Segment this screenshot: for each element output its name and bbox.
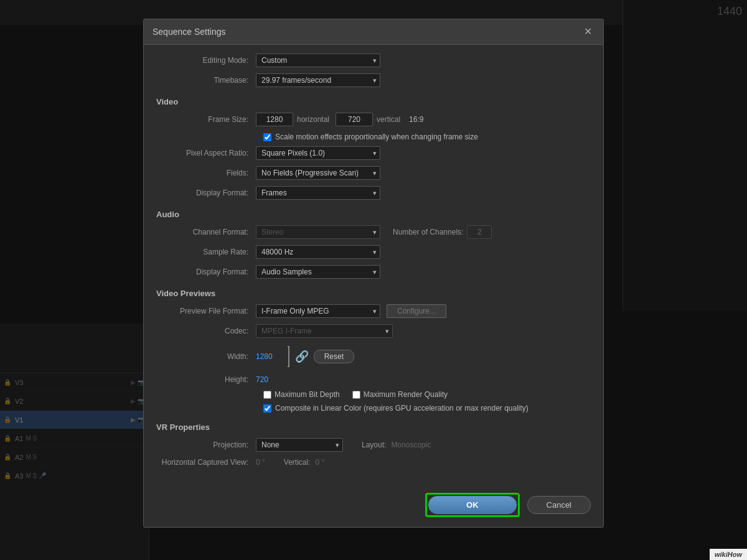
editing-mode-select[interactable]: Custom <box>256 54 380 67</box>
vertical-label: vertical <box>377 115 400 124</box>
fields-select[interactable]: No Fields (Progressive Scan) <box>256 166 380 180</box>
vr-section-header: VR Properties <box>156 422 591 432</box>
preview-width-row: Width: 1280 🔗 Reset <box>156 344 591 369</box>
video-display-format-label: Display Format: <box>156 189 256 197</box>
scale-checkbox[interactable] <box>263 133 271 141</box>
vr-projection-wrapper[interactable]: None <box>256 438 343 452</box>
ok-button[interactable]: OK <box>428 496 517 514</box>
fields-label: Fields: <box>156 169 256 177</box>
channel-format-row: Channel Format: Stereo Number of Channel… <box>156 225 591 239</box>
sample-rate-label: Sample Rate: <box>156 248 256 256</box>
vr-projection-select[interactable]: None <box>256 438 343 452</box>
video-display-format-row: Display Format: Frames <box>156 186 591 200</box>
scale-checkbox-row: Scale motion effects proportionally when… <box>156 133 591 141</box>
video-previews-section-header: Video Previews <box>156 289 591 298</box>
frame-size-row: Frame Size: horizontal vertical 16:9 <box>156 113 591 126</box>
max-render-quality-label[interactable]: Maximum Render Quality <box>364 390 448 399</box>
timebase-dropdown-wrapper[interactable]: 29.97 frames/second <box>256 73 380 87</box>
codec-row: Codec: MPEG I-Frame <box>156 324 591 338</box>
preview-checkboxes-row: Maximum Bit Depth Maximum Render Quality <box>156 390 591 399</box>
audio-display-format-row: Display Format: Audio Samples <box>156 265 591 279</box>
timebase-row: Timebase: 29.97 frames/second <box>156 73 591 87</box>
cancel-button[interactable]: Cancel <box>527 496 591 514</box>
codec-wrapper: MPEG I-Frame <box>256 324 393 338</box>
composite-label[interactable]: Composite in Linear Color (requires GPU … <box>275 404 529 413</box>
composite-checkbox-row: Composite in Linear Color (requires GPU … <box>156 404 591 413</box>
audio-display-format-wrapper[interactable]: Audio Samples <box>256 265 380 279</box>
vr-horizontal-value: 0 ° <box>256 458 265 467</box>
max-render-quality-checkbox[interactable] <box>352 391 360 399</box>
dialog-body: Editing Mode: Custom Timebase: 29.97 fra… <box>144 45 603 485</box>
sequence-settings-dialog: Sequence Settings ✕ Editing Mode: Custom… <box>143 19 604 528</box>
vr-projection-label: Projection: <box>156 441 256 449</box>
audio-display-format-label: Display Format: <box>156 268 256 276</box>
vr-vertical-label: Vertical: <box>284 458 311 467</box>
preview-file-format-select[interactable]: I-Frame Only MPEG <box>256 304 380 318</box>
aspect-ratio: 16:9 <box>409 115 423 124</box>
reset-button[interactable]: Reset <box>314 350 354 363</box>
max-bit-depth-label[interactable]: Maximum Bit Depth <box>275 390 340 399</box>
pixel-aspect-label: Pixel Aspect Ratio: <box>156 149 256 157</box>
pixel-aspect-select[interactable]: Square Pixels (1.0) <box>256 146 380 160</box>
close-button[interactable]: ✕ <box>581 26 594 38</box>
codec-select: MPEG I-Frame <box>256 324 393 338</box>
channel-format-label: Channel Format: <box>156 228 256 236</box>
fields-dropdown-wrapper[interactable]: No Fields (Progressive Scan) <box>256 166 380 180</box>
timebase-label: Timebase: <box>156 76 256 85</box>
vr-angles-row: Horizontal Captured View: 0 ° Vertical: … <box>156 458 591 467</box>
horizontal-label: horizontal <box>297 115 329 124</box>
preview-file-format-row: Preview File Format: I-Frame Only MPEG C… <box>156 304 591 318</box>
max-bit-depth-checkbox[interactable] <box>263 391 271 399</box>
frame-width-input[interactable] <box>256 113 293 126</box>
editing-mode-label: Editing Mode: <box>156 56 256 65</box>
video-display-format-select[interactable]: Frames <box>256 186 380 200</box>
num-channels-input <box>467 225 492 239</box>
wikihow-badge: wikiHow <box>710 549 747 560</box>
channel-format-select: Stereo <box>256 225 380 239</box>
preview-width-label: Width: <box>156 352 256 361</box>
vr-layout-label: Layout: <box>362 441 386 449</box>
preview-height-value[interactable]: 720 <box>256 375 268 384</box>
preview-file-format-label: Preview File Format: <box>156 307 256 315</box>
fields-row: Fields: No Fields (Progressive Scan) <box>156 166 591 180</box>
scale-label[interactable]: Scale motion effects proportionally when… <box>275 133 478 141</box>
dialog-titlebar: Sequence Settings ✕ <box>144 19 603 45</box>
frame-size-label: Frame Size: <box>156 115 256 124</box>
video-display-format-wrapper[interactable]: Frames <box>256 186 380 200</box>
channel-format-wrapper: Stereo <box>256 225 380 239</box>
num-channels-label: Number of Channels: <box>393 228 463 236</box>
composite-checkbox[interactable] <box>263 404 271 413</box>
configure-button[interactable]: Configure... <box>387 304 446 318</box>
vr-vertical-value: 0 ° <box>316 458 325 467</box>
vr-layout-value: Monoscopic <box>391 441 431 449</box>
dialog-title: Sequence Settings <box>153 27 226 37</box>
dialog-footer: OK Cancel <box>144 485 603 527</box>
preview-height-label: Height: <box>156 375 256 384</box>
vr-horizontal-label: Horizontal Captured View: <box>156 458 256 467</box>
preview-file-format-wrapper[interactable]: I-Frame Only MPEG <box>256 304 380 318</box>
frame-height-input[interactable] <box>336 113 373 126</box>
timebase-select[interactable]: 29.97 frames/second <box>256 73 380 87</box>
sample-rate-row: Sample Rate: 48000 Hz <box>156 245 591 259</box>
audio-display-format-select[interactable]: Audio Samples <box>256 265 380 279</box>
video-section-header: Video <box>156 97 591 106</box>
link-icon: 🔗 <box>295 350 309 363</box>
preview-width-value[interactable]: 1280 <box>256 352 273 361</box>
sample-rate-wrapper[interactable]: 48000 Hz <box>256 245 380 259</box>
modal-overlay: Sequence Settings ✕ Editing Mode: Custom… <box>0 0 747 560</box>
codec-label: Codec: <box>156 327 256 335</box>
bracket-link-icon <box>278 344 290 369</box>
ok-button-wrapper: OK <box>425 493 520 517</box>
editing-mode-row: Editing Mode: Custom <box>156 54 591 67</box>
pixel-aspect-dropdown-wrapper[interactable]: Square Pixels (1.0) <box>256 146 380 160</box>
vr-projection-row: Projection: None Layout: Monoscopic <box>156 438 591 452</box>
audio-section-header: Audio <box>156 210 591 219</box>
pixel-aspect-row: Pixel Aspect Ratio: Square Pixels (1.0) <box>156 146 591 160</box>
editing-mode-dropdown-wrapper[interactable]: Custom <box>256 54 380 67</box>
sample-rate-select[interactable]: 48000 Hz <box>256 245 380 259</box>
preview-height-row: Height: 720 <box>156 375 591 384</box>
